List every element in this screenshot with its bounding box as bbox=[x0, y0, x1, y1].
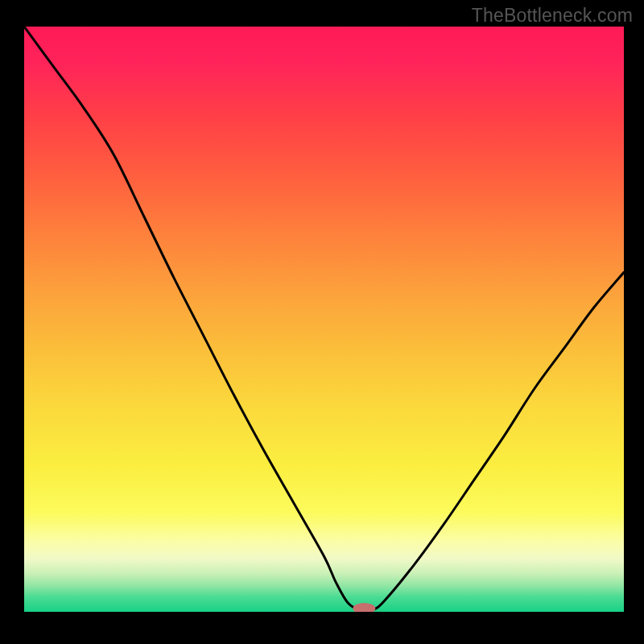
plot-area bbox=[24, 27, 624, 614]
gradient-background bbox=[24, 27, 624, 612]
bottleneck-chart bbox=[0, 0, 644, 644]
watermark-text: TheBottleneck.com bbox=[472, 5, 633, 27]
chart-wrapper: TheBottleneck.com bbox=[0, 0, 644, 644]
